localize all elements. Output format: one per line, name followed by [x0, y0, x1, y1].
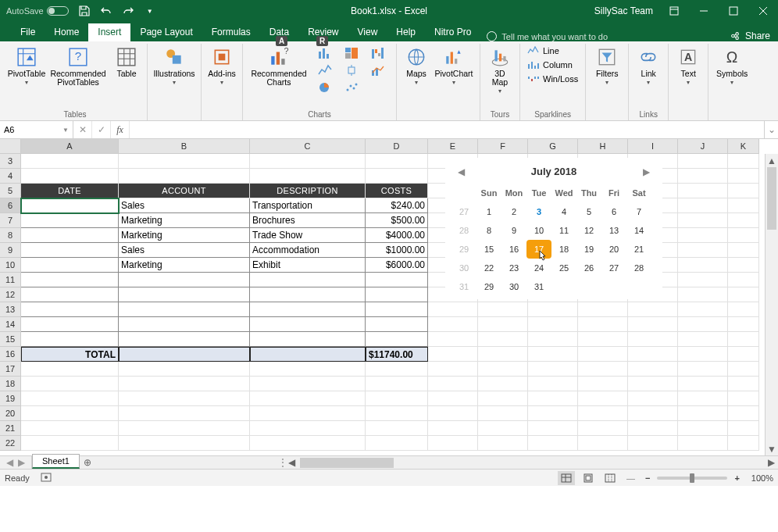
- menu-tab-file[interactable]: File: [11, 23, 45, 41]
- table-cell[interactable]: [366, 302, 428, 317]
- autosave-toggle-group[interactable]: AutoSave: [6, 6, 69, 16]
- cell[interactable]: [366, 169, 428, 184]
- column-header[interactable]: A: [21, 139, 119, 154]
- table-button[interactable]: Table: [111, 45, 142, 78]
- cell[interactable]: [250, 421, 366, 436]
- calendar-day[interactable]: 20: [601, 240, 626, 259]
- table-cell[interactable]: $240.00: [366, 198, 428, 213]
- cell[interactable]: [578, 436, 628, 451]
- undo-icon[interactable]: [100, 5, 112, 17]
- formula-expand-icon[interactable]: ⌄: [764, 121, 778, 138]
- view-normal-icon[interactable]: [558, 471, 575, 485]
- table-total-cell[interactable]: [119, 347, 250, 362]
- fx-icon[interactable]: fx: [111, 121, 130, 138]
- active-cell[interactable]: [21, 198, 119, 213]
- cell[interactable]: [366, 391, 428, 406]
- calendar-day[interactable]: 2: [501, 202, 526, 221]
- cell[interactable]: [478, 436, 528, 451]
- cell[interactable]: [678, 347, 728, 362]
- cell[interactable]: [728, 169, 759, 184]
- cell[interactable]: [728, 406, 759, 421]
- ribbon-options-icon[interactable]: [659, 0, 689, 22]
- scroll-thumb[interactable]: [767, 167, 776, 230]
- illustrations-button[interactable]: Illustrations▾: [152, 45, 196, 87]
- cell[interactable]: [528, 391, 578, 406]
- row-header[interactable]: 14: [0, 317, 21, 332]
- cell[interactable]: [728, 213, 759, 228]
- cell[interactable]: [628, 377, 678, 391]
- cell[interactable]: [728, 302, 759, 317]
- cell[interactable]: [478, 406, 528, 421]
- view-pagebreak-icon[interactable]: [601, 471, 619, 485]
- row-header[interactable]: 16: [0, 347, 21, 362]
- chart-hierarchy-icon[interactable]: [338, 45, 365, 62]
- table-cell[interactable]: Marketing: [119, 258, 250, 273]
- calendar-day[interactable]: 5: [576, 202, 601, 221]
- column-header[interactable]: J: [678, 139, 728, 154]
- calendar-day[interactable]: 6: [601, 202, 626, 221]
- cell[interactable]: [428, 347, 478, 362]
- row-header[interactable]: 20: [0, 406, 21, 421]
- calendar-day[interactable]: 11: [551, 221, 576, 240]
- sparkline-line-button[interactable]: Line: [525, 45, 580, 57]
- cell[interactable]: [528, 302, 578, 317]
- calendar-day[interactable]: 23: [501, 259, 526, 277]
- table-cell[interactable]: $1000.00: [366, 243, 428, 258]
- table-cell[interactable]: [366, 332, 428, 347]
- zoom-in-button[interactable]: +: [732, 473, 741, 483]
- table-cell[interactable]: [119, 317, 250, 332]
- calendar-day[interactable]: 21: [626, 240, 651, 259]
- table-cell[interactable]: $4000.00: [366, 228, 428, 243]
- column-header[interactable]: G: [528, 139, 578, 154]
- menu-tab-insert[interactable]: Insert: [88, 23, 130, 41]
- add-sheet-button[interactable]: ⊕: [80, 456, 95, 469]
- cell[interactable]: [728, 332, 759, 347]
- cell[interactable]: [478, 302, 528, 317]
- macro-record-icon[interactable]: [41, 473, 52, 484]
- calendar-day[interactable]: 1: [476, 202, 501, 221]
- recommended-pivottables-button[interactable]: ? Recommended PivotTables: [47, 45, 109, 87]
- cancel-formula-icon[interactable]: ✕: [73, 121, 92, 138]
- sheet-tab-active[interactable]: Sheet1: [32, 454, 80, 469]
- table-cell[interactable]: [21, 332, 119, 347]
- calendar-day[interactable]: 3: [526, 202, 551, 221]
- table-header[interactable]: DESCRIPTION: [250, 184, 366, 198]
- menu-tab-home[interactable]: Home: [45, 23, 88, 41]
- cell[interactable]: [678, 243, 728, 258]
- chart-combo-icon[interactable]: [365, 62, 391, 79]
- cell[interactable]: [119, 406, 250, 421]
- cell[interactable]: [728, 347, 759, 362]
- column-header[interactable]: I: [628, 139, 678, 154]
- cell[interactable]: [478, 377, 528, 391]
- table-cell[interactable]: [21, 258, 119, 273]
- table-cell[interactable]: Marketing: [119, 213, 250, 228]
- select-all-button[interactable]: [0, 139, 21, 154]
- chart-column-icon[interactable]: [312, 45, 338, 62]
- row-header[interactable]: 6: [0, 198, 21, 213]
- calendar-day[interactable]: 30: [501, 277, 526, 296]
- table-header[interactable]: DATE: [21, 184, 119, 198]
- cell[interactable]: [528, 362, 578, 377]
- table-cell[interactable]: [250, 302, 366, 317]
- cell[interactable]: [478, 347, 528, 362]
- table-cell[interactable]: [21, 213, 119, 228]
- cell[interactable]: [678, 317, 728, 332]
- cell[interactable]: [628, 347, 678, 362]
- cell[interactable]: [428, 421, 478, 436]
- cell[interactable]: [678, 273, 728, 287]
- cell[interactable]: [678, 436, 728, 451]
- cell[interactable]: [678, 154, 728, 169]
- calendar-day[interactable]: 22: [476, 259, 501, 277]
- cell[interactable]: [119, 377, 250, 391]
- cell[interactable]: [428, 436, 478, 451]
- cell[interactable]: [250, 377, 366, 391]
- sparkline-column-button[interactable]: Column: [525, 59, 580, 71]
- cell[interactable]: [628, 421, 678, 436]
- table-cell[interactable]: Transportation: [250, 198, 366, 213]
- cell[interactable]: [678, 302, 728, 317]
- cell[interactable]: [578, 302, 628, 317]
- calendar-day[interactable]: 24: [526, 259, 551, 277]
- autosave-switch-icon[interactable]: [47, 6, 69, 16]
- cell[interactable]: [728, 317, 759, 332]
- hscroll-left-icon[interactable]: ◀: [285, 457, 298, 468]
